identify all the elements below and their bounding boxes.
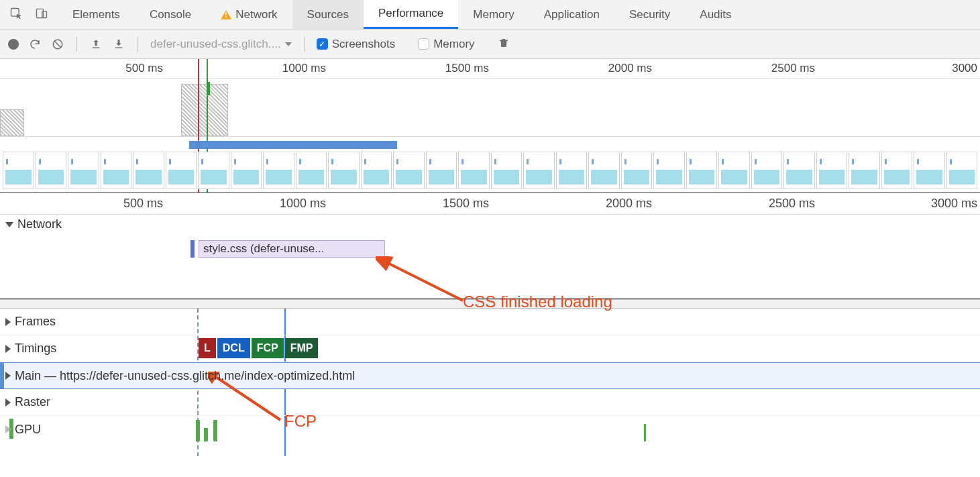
triangle-right-icon [5,425,11,433]
tab-performance[interactable]: Performance [364,0,458,29]
screenshot-thumb[interactable] [881,152,913,189]
toolbar-divider [138,37,138,52]
screenshot-thumb[interactable] [3,152,34,189]
screenshot-thumb[interactable] [816,152,848,189]
frames-label: Frames [15,315,56,329]
screenshot-thumb[interactable] [328,152,360,189]
screenshot-thumb[interactable] [231,152,262,189]
timings-label: Timings [15,341,56,356]
ruler-tick: 1000 ms [282,62,326,75]
screenshot-thumb[interactable] [783,152,815,189]
tab-network-label: Network [235,8,277,21]
upload-icon[interactable] [89,38,103,51]
screenshot-thumb[interactable] [946,152,978,189]
screenshots-checkbox[interactable]: ✓ Screenshots [317,38,396,51]
detail-ruler: 500 ms 1000 ms 1500 ms 2000 ms 2500 ms 3… [0,193,980,215]
svg-rect-5 [93,47,100,48]
triangle-right-icon [5,372,11,380]
event-marker [208,82,210,95]
ruler-tick: 2500 ms [769,197,815,211]
timing-badge-fmp[interactable]: FMP [285,338,319,358]
trash-icon[interactable] [498,37,510,51]
main-track[interactable]: Main — https://defer-unused-css.glitch.m… [0,362,980,389]
request-queuing [190,240,195,258]
network-label: Network [17,217,62,231]
timing-badge-l[interactable]: L [199,338,216,358]
screenshot-thumb[interactable] [718,152,750,189]
screenshot-thumb[interactable] [621,152,653,189]
timing-badge-fcp[interactable]: FCP [252,338,284,358]
overview-ruler: 500 ms 1000 ms 1500 ms 2000 ms 2500 ms 3… [0,59,980,78]
triangle-right-icon [5,399,11,407]
tab-console[interactable]: Console [135,0,206,29]
tab-audits[interactable]: Audits [685,0,746,29]
network-track[interactable]: Network style.css (defer-unuse... [0,215,980,299]
overview-pane[interactable]: 500 ms 1000 ms 1500 ms 2000 ms 2500 ms 3… [0,59,980,193]
memory-label: Memory [433,38,474,51]
screenshots-label: Screenshots [332,38,396,51]
warning-icon [221,10,231,19]
svg-line-4 [54,40,62,48]
screenshot-thumb[interactable] [849,152,880,189]
tab-elements[interactable]: Elements [58,0,135,29]
checkbox-unchecked-icon [418,38,429,50]
screenshot-thumb[interactable] [751,152,783,189]
timings-track[interactable]: Timings L DCL FCP FMP [0,335,980,362]
splitter-handle[interactable]: … [0,299,980,309]
record-button[interactable] [8,39,19,50]
gpu-activity [196,420,200,441]
tab-application[interactable]: Application [529,0,614,29]
tab-sources[interactable]: Sources [292,0,364,29]
download-icon[interactable] [112,38,125,51]
ruler-tick: 1000 ms [280,197,326,211]
recording-select-label: defer-unused-css.glitch.... [150,38,281,51]
screenshot-thumb[interactable] [523,152,555,189]
memory-checkbox[interactable]: Memory [418,38,474,51]
screenshot-thumb[interactable] [458,152,490,189]
screenshot-thumb[interactable] [68,152,99,189]
frames-track[interactable]: Frames [0,309,980,335]
cpu-chart [0,78,980,137]
svg-rect-6 [115,47,123,48]
screenshot-thumb[interactable] [393,152,425,189]
network-request-stylecss[interactable]: style.css (defer-unuse... [199,240,385,258]
tab-network[interactable]: Network [206,0,292,29]
network-header[interactable]: Network [0,215,67,234]
screenshot-thumb[interactable] [36,152,67,189]
gpu-track[interactable]: GPU [0,416,980,443]
recording-select[interactable]: defer-unused-css.glitch.... [150,38,292,51]
toolbar-divider [76,37,77,52]
ruler-tick: 3000 ms [931,197,977,211]
svg-rect-7 [500,40,508,42]
screenshot-thumb[interactable] [361,152,392,189]
screenshot-thumb[interactable] [426,152,457,189]
gpu-label: GPU [15,423,41,437]
screenshot-thumb[interactable] [653,152,685,189]
ruler-tick: 1500 ms [443,197,489,211]
ruler-tick: 2000 ms [606,197,652,211]
screenshot-thumb[interactable] [588,152,620,189]
screenshot-thumb[interactable] [556,152,588,189]
triangle-right-icon [5,318,11,326]
screenshot-thumb[interactable] [133,152,164,189]
screenshot-thumb[interactable] [491,152,523,189]
raster-label: Raster [15,395,50,409]
screenshot-thumb[interactable] [914,152,945,189]
screenshot-thumb[interactable] [686,152,718,189]
ruler-tick: 500 ms [123,197,163,211]
clear-icon[interactable] [51,38,64,51]
selection-range[interactable] [189,141,397,149]
screenshot-thumb[interactable] [296,152,327,189]
reload-icon[interactable] [28,38,42,51]
screenshot-thumb[interactable] [101,152,132,189]
ruler-tick: 500 ms [125,62,163,75]
inspect-element-icon[interactable] [9,7,23,22]
screenshot-thumb[interactable] [263,152,294,189]
screenshot-thumb[interactable] [166,152,197,189]
tab-security[interactable]: Security [614,0,685,29]
toggle-device-icon[interactable] [35,7,48,22]
timing-badge-dcl[interactable]: DCL [217,338,250,358]
tab-memory[interactable]: Memory [458,0,529,29]
raster-track[interactable]: Raster [0,389,980,416]
screenshot-thumb[interactable] [198,152,229,189]
